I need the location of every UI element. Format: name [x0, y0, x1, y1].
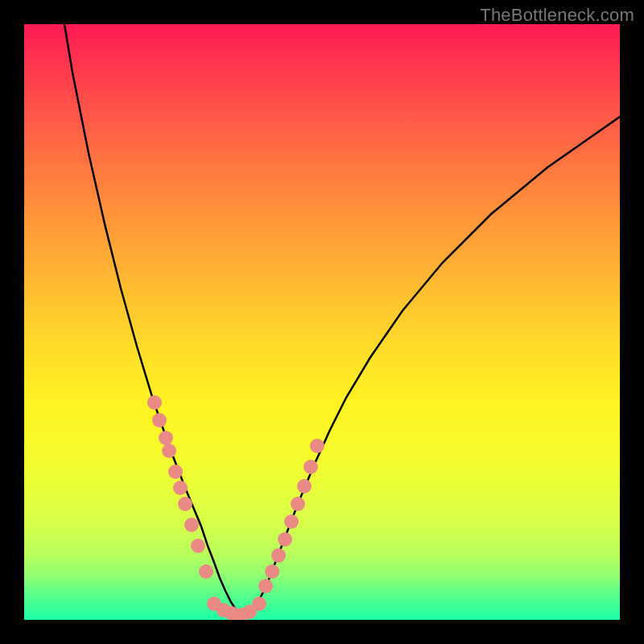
- marker-highlight-left: [191, 539, 205, 553]
- marker-highlight-right: [271, 548, 286, 563]
- marker-highlight-left: [162, 444, 176, 458]
- marker-highlight-right: [291, 497, 305, 511]
- marker-highlight-bottom: [252, 597, 266, 611]
- chart-markers: [147, 395, 324, 620]
- chart-curve-line: [64, 24, 620, 617]
- watermark-text: TheBottleneck.com: [480, 5, 634, 26]
- marker-highlight-left: [199, 564, 213, 579]
- marker-highlight-right: [284, 514, 299, 529]
- marker-highlight-right: [303, 460, 318, 474]
- marker-highlight-left: [168, 464, 183, 479]
- marker-highlight-left: [147, 395, 162, 410]
- marker-highlight-right: [278, 532, 292, 547]
- marker-highlight-left: [159, 431, 173, 445]
- marker-highlight-right: [258, 579, 273, 593]
- marker-highlight-left: [173, 481, 188, 495]
- marker-highlight-right: [297, 479, 312, 493]
- marker-highlight-left: [184, 518, 199, 532]
- chart-svg: [24, 24, 620, 620]
- marker-highlight-right: [265, 564, 279, 579]
- chart-plot-area: [24, 24, 620, 620]
- marker-highlight-left: [152, 413, 167, 427]
- marker-highlight-left: [178, 497, 192, 511]
- marker-highlight-right: [310, 439, 324, 453]
